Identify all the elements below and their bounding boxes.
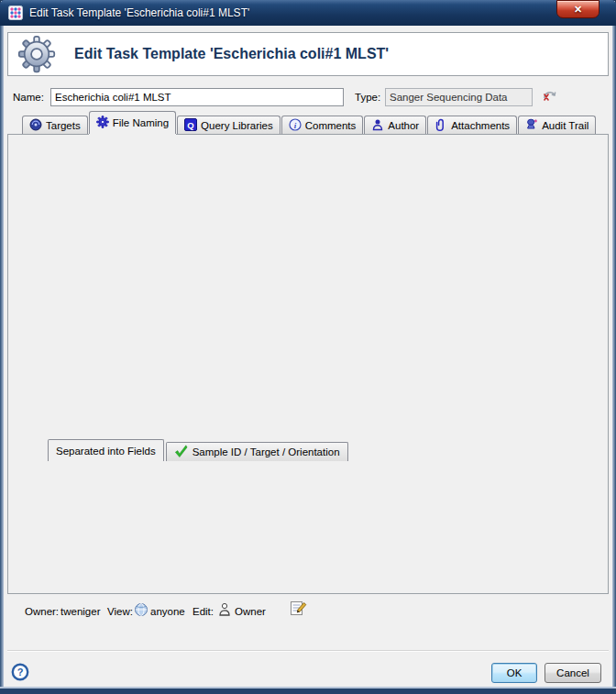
- name-label: Name:: [13, 92, 44, 103]
- tab-author[interactable]: Author: [364, 116, 426, 134]
- edit-task-template-dialog: Edit Task Template 'Escherichia coli#1 M…: [0, 0, 616, 694]
- query-icon: Q: [184, 118, 197, 133]
- tab-comments[interactable]: i Comments: [281, 116, 364, 134]
- tab-label: Query Libraries: [201, 120, 273, 131]
- green-check-icon: [174, 445, 188, 459]
- tab-label: Targets: [46, 120, 81, 131]
- help-icon[interactable]: ?: [11, 663, 29, 685]
- tab-label: Sample ID / Target / Orientation: [192, 446, 340, 457]
- tab-label: Author: [388, 120, 419, 131]
- example-tab-strip: Separated into Fields Sample ID / Target…: [48, 439, 350, 461]
- owner-label: Owner:: [25, 606, 59, 617]
- tab-query-libraries[interactable]: Q Query Libraries: [177, 116, 280, 134]
- tab-targets[interactable]: Targets: [22, 116, 88, 134]
- window-title: Edit Task Template 'Escherichia coli#1 M…: [29, 0, 249, 26]
- name-input[interactable]: [50, 88, 344, 106]
- dialog-header: Edit Task Template 'Escherichia coli#1 M…: [7, 32, 609, 76]
- tab-sample-target-orientation[interactable]: Sample ID / Target / Orientation: [166, 442, 348, 461]
- stamp-icon: [525, 118, 538, 133]
- edit-permissions-icon[interactable]: [290, 600, 307, 621]
- edit-label: Edit:: [192, 606, 214, 617]
- tab-label: Comments: [305, 120, 357, 131]
- paperclip-icon: [434, 118, 447, 133]
- page-title: Edit Task Template 'Escherichia coli#1 M…: [74, 33, 389, 75]
- file-naming-panel: [7, 134, 609, 594]
- tab-label: Audit Trail: [542, 120, 588, 131]
- type-input: [385, 88, 533, 106]
- footer-divider: [7, 650, 609, 652]
- globe-icon: [134, 602, 148, 621]
- cancel-button[interactable]: Cancel: [544, 663, 601, 683]
- tab-file-naming[interactable]: File Naming: [89, 111, 176, 134]
- window-border-bottom: [0, 687, 616, 694]
- person-icon: [218, 602, 231, 621]
- tab-separated-into-fields[interactable]: Separated into Fields: [48, 439, 164, 461]
- owner-value: tweniger: [60, 606, 100, 617]
- tab-label: Separated into Fields: [56, 446, 156, 457]
- svg-text:Q: Q: [187, 119, 193, 129]
- svg-text:?: ?: [17, 666, 24, 677]
- tab-label: File Naming: [113, 117, 169, 128]
- target-icon: [29, 118, 42, 133]
- view-label: View:: [107, 606, 133, 617]
- tab-strip: Targets File Naming Q Query Libraries i …: [22, 111, 597, 134]
- close-icon: ✕: [574, 4, 582, 15]
- person-icon: [371, 118, 384, 133]
- window-border-left: [0, 26, 4, 694]
- close-button[interactable]: ✕: [556, 0, 600, 18]
- change-type-icon[interactable]: [541, 88, 557, 108]
- view-value: anyone: [150, 606, 185, 617]
- gear-icon: [17, 35, 56, 77]
- tab-label: Attachments: [451, 120, 510, 131]
- info-icon: i: [289, 118, 302, 133]
- window-border-right: [612, 26, 616, 694]
- titlebar[interactable]: Edit Task Template 'Escherichia coli#1 M…: [0, 0, 616, 26]
- type-label: Type:: [355, 92, 380, 103]
- tab-audit-trail[interactable]: Audit Trail: [518, 116, 596, 134]
- tab-attachments[interactable]: Attachments: [427, 116, 517, 134]
- edit-value: Owner: [235, 606, 266, 617]
- ok-button[interactable]: OK: [491, 663, 537, 683]
- app-icon: [8, 6, 23, 24]
- gear-blue-icon: [96, 116, 109, 130]
